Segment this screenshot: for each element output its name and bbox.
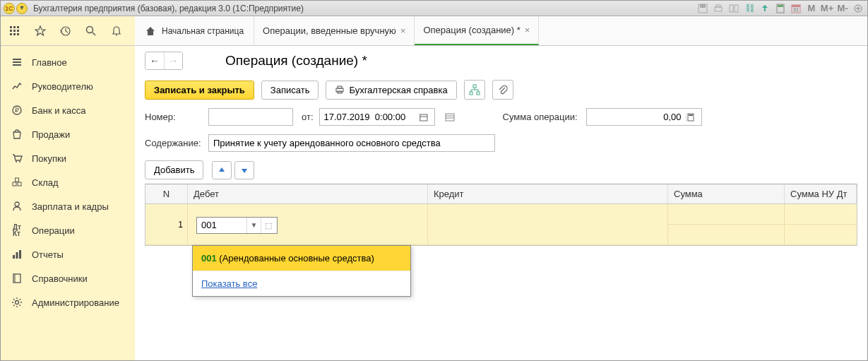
calculator-icon[interactable] bbox=[774, 3, 787, 14]
sidebar-item-manager[interactable]: Руководителю bbox=[1, 74, 135, 98]
top-toolbar: Начальная страница Операции, введенные в… bbox=[1, 16, 867, 46]
sidebar-item-bank[interactable]: ₽ Банк и касса bbox=[1, 98, 135, 122]
col-header-sum[interactable]: Сумма bbox=[668, 184, 785, 203]
svg-rect-4 bbox=[730, 5, 733, 12]
svg-line-25 bbox=[93, 32, 95, 35]
number-input[interactable] bbox=[208, 108, 293, 126]
svg-rect-40 bbox=[19, 250, 21, 259]
content-label: Содержание: bbox=[145, 138, 203, 148]
expand-icon[interactable] bbox=[852, 3, 864, 14]
app-menu-dropdown[interactable]: ▼ bbox=[16, 3, 28, 14]
link-icon[interactable]: ⛓ bbox=[743, 3, 756, 14]
dtkt-icon: ДтКт bbox=[11, 224, 23, 237]
sidebar-item-label: Руководителю bbox=[32, 81, 93, 92]
search-icon[interactable] bbox=[84, 24, 98, 38]
calendar-picker-icon[interactable] bbox=[419, 113, 434, 122]
dropdown-icon[interactable]: ▼ bbox=[246, 218, 261, 233]
cell-debit[interactable]: ▼ ⬚ 001 (Арендованные основные средства)… bbox=[188, 204, 428, 245]
cell-sum-1[interactable] bbox=[668, 204, 785, 225]
memory-mplus-button[interactable]: M+ bbox=[821, 3, 833, 14]
move-down-button[interactable] bbox=[234, 161, 254, 179]
svg-rect-17 bbox=[10, 30, 12, 32]
favorite-star-icon[interactable] bbox=[33, 24, 47, 38]
svg-point-43 bbox=[16, 301, 19, 304]
sidebar-item-sales[interactable]: Продажи bbox=[1, 122, 135, 146]
svg-text:₽: ₽ bbox=[15, 107, 19, 114]
gear-icon bbox=[11, 296, 23, 309]
cart-icon bbox=[11, 152, 23, 165]
sidebar-item-label: Зарплата и кадры bbox=[32, 201, 109, 212]
svg-point-32 bbox=[16, 161, 17, 162]
table-row[interactable]: 1 ▼ ⬚ 001 (Арендованные основные средств… bbox=[145, 204, 857, 245]
col-header-sum-nu[interactable]: Сумма НУ Дт bbox=[785, 184, 857, 203]
calendar-icon[interactable]: 31 bbox=[790, 3, 802, 14]
save-disk-icon[interactable] bbox=[696, 3, 709, 14]
add-row-button[interactable]: Добавить bbox=[145, 160, 203, 179]
svg-rect-3 bbox=[716, 5, 720, 7]
sidebar-item-label: Операции bbox=[32, 225, 75, 236]
sidebar-item-label: Главное bbox=[32, 57, 67, 68]
tab-operation-create[interactable]: Операция (создание) * × bbox=[415, 16, 539, 45]
sidebar-item-admin[interactable]: Администрирование bbox=[1, 290, 135, 314]
structure-button[interactable] bbox=[464, 80, 485, 100]
svg-point-24 bbox=[87, 26, 93, 32]
cell-sum-nu-1[interactable] bbox=[785, 204, 857, 225]
calculator-picker-icon[interactable] bbox=[686, 113, 701, 122]
bell-icon[interactable] bbox=[109, 24, 124, 38]
show-all-link[interactable]: Показать все bbox=[193, 271, 410, 296]
save-and-close-button[interactable]: Записать и закрыть bbox=[145, 81, 254, 100]
number-label: Номер: bbox=[145, 112, 203, 122]
form-mode-icon[interactable] bbox=[445, 113, 455, 122]
svg-rect-35 bbox=[18, 182, 21, 186]
open-picker-icon[interactable]: ⬚ bbox=[261, 218, 275, 233]
nav-forward-button[interactable]: → bbox=[164, 52, 182, 69]
ruble-icon: ₽ bbox=[11, 104, 23, 117]
attach-button[interactable] bbox=[492, 80, 513, 100]
col-header-n[interactable]: N bbox=[145, 184, 188, 203]
cell-sum-nu-2[interactable] bbox=[785, 225, 857, 245]
sidebar-item-hr[interactable]: Зарплата и кадры bbox=[1, 194, 135, 218]
sidebar-item-operations[interactable]: ДтКт Операции bbox=[1, 218, 135, 242]
sidebar-item-reports[interactable]: Отчеты bbox=[1, 242, 135, 266]
tab-operations-manual[interactable]: Операции, введенные вручную × bbox=[254, 16, 415, 45]
memory-m-button[interactable]: M bbox=[805, 3, 818, 14]
move-up-button[interactable] bbox=[212, 161, 232, 179]
print-reference-button[interactable]: Бухгалтерская справка bbox=[326, 81, 456, 100]
svg-rect-5 bbox=[735, 5, 738, 12]
svg-rect-1 bbox=[700, 4, 706, 8]
book-icon bbox=[11, 272, 23, 285]
close-icon[interactable]: × bbox=[525, 25, 530, 35]
svg-rect-54 bbox=[420, 114, 427, 121]
bar-chart-icon bbox=[11, 248, 23, 261]
save-button[interactable]: Записать bbox=[261, 81, 319, 100]
cell-sum-2[interactable] bbox=[668, 225, 785, 245]
print-icon[interactable] bbox=[712, 3, 725, 14]
col-header-debit[interactable]: Дебет bbox=[188, 184, 428, 203]
upload-icon[interactable] bbox=[759, 3, 771, 14]
account-input-wrapper: ▼ ⬚ bbox=[196, 217, 278, 234]
autocomplete-option[interactable]: 001 (Арендованные основные средства) bbox=[193, 246, 410, 271]
history-icon[interactable] bbox=[59, 24, 73, 38]
close-icon[interactable]: × bbox=[400, 25, 406, 36]
autocomplete-dropdown: 001 (Арендованные основные средства) Пок… bbox=[192, 245, 411, 297]
sidebar-item-catalogs[interactable]: Справочники bbox=[1, 266, 135, 290]
col-header-credit[interactable]: Кредит bbox=[428, 184, 668, 203]
sidebar-item-purchases[interactable]: Покупки bbox=[1, 146, 135, 170]
svg-rect-48 bbox=[470, 92, 472, 95]
nav-back-button[interactable]: ← bbox=[145, 52, 164, 69]
sidebar-item-warehouse[interactable]: Склад bbox=[1, 170, 135, 194]
debit-account-input[interactable] bbox=[197, 218, 246, 233]
option-code: 001 bbox=[201, 253, 217, 264]
content-input[interactable] bbox=[208, 134, 495, 152]
memory-mminus-button[interactable]: M- bbox=[836, 3, 849, 14]
svg-rect-21 bbox=[13, 33, 16, 35]
svg-rect-15 bbox=[13, 26, 16, 28]
sum-input[interactable] bbox=[587, 109, 686, 125]
compare-icon[interactable] bbox=[727, 3, 740, 14]
date-input[interactable] bbox=[320, 109, 419, 125]
apps-grid-icon[interactable] bbox=[8, 24, 22, 38]
sidebar-item-main[interactable]: Главное bbox=[1, 50, 135, 74]
home-tab[interactable]: Начальная страница bbox=[135, 16, 254, 45]
cell-credit[interactable] bbox=[428, 204, 668, 245]
sum-label: Сумма операции: bbox=[503, 112, 578, 122]
